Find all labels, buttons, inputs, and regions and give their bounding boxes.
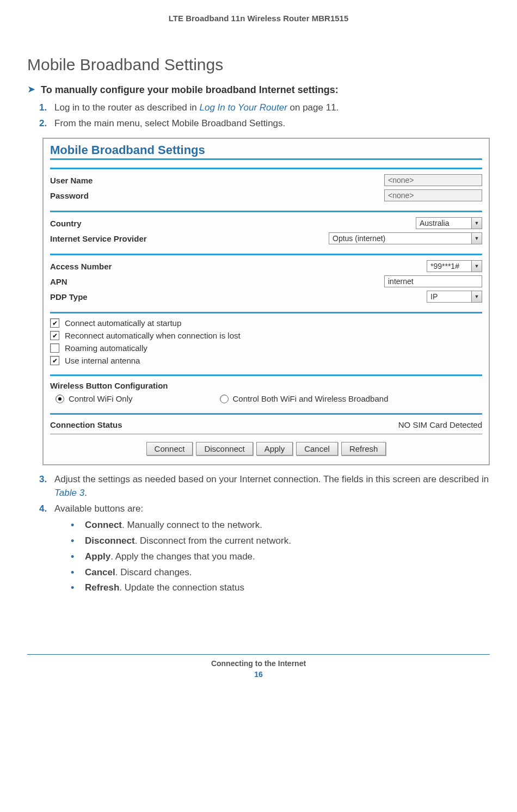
step-1: 1. Log in to the router as described in … bbox=[39, 101, 490, 115]
bullet-desc: . Disconnect from the current network. bbox=[135, 536, 291, 546]
cancel-button[interactable]: Cancel bbox=[296, 442, 338, 456]
chevron-down-icon: ▼ bbox=[471, 233, 482, 244]
link-table3[interactable]: Table 3 bbox=[54, 488, 84, 498]
refresh-button[interactable]: Refresh bbox=[341, 442, 386, 456]
row-isp: Internet Service Provider Optus (interne… bbox=[50, 231, 482, 246]
footer-page-number: 16 bbox=[27, 670, 490, 679]
bullet-refresh: Refresh. Update the connection status bbox=[71, 581, 490, 594]
step-text: Log in to the router as described in bbox=[54, 102, 200, 113]
page-title: Mobile Broadband Settings bbox=[27, 56, 490, 74]
label-password: Password bbox=[50, 191, 89, 200]
row-chk-reconnect: ✔ Reconnect automatically when connectio… bbox=[50, 329, 482, 342]
label-access-number: Access Number bbox=[50, 262, 112, 271]
select-isp[interactable]: Optus (internet) ▼ bbox=[329, 232, 482, 244]
step-text: Available buttons are: bbox=[54, 503, 143, 514]
bullet-desc: . Apply the changes that you made. bbox=[110, 551, 255, 562]
label-chk-startup: Connect automatically at startup bbox=[65, 318, 181, 328]
connect-button[interactable]: Connect bbox=[146, 442, 193, 456]
input-user-name[interactable]: <none> bbox=[384, 174, 482, 186]
bullet-label: Cancel bbox=[85, 567, 115, 577]
step-number: 3. bbox=[39, 473, 47, 487]
bullet-connect: Connect. Manually connect to the network… bbox=[71, 519, 490, 532]
select-country[interactable]: Australia ▼ bbox=[416, 217, 482, 229]
select-pdp-type[interactable]: IP ▼ bbox=[427, 291, 482, 303]
label-chk-roaming: Roaming automatically bbox=[65, 343, 147, 353]
select-country-value: Australia bbox=[416, 218, 471, 229]
step-4: 4. Available buttons are: Connect. Manua… bbox=[39, 502, 490, 595]
bullet-label: Apply bbox=[85, 551, 110, 562]
row-connection-status: Connection Status NO SIM Card Detected bbox=[50, 418, 482, 432]
button-bar: Connect Disconnect Apply Cancel Refresh bbox=[50, 442, 482, 456]
checkbox-roaming[interactable] bbox=[50, 343, 59, 353]
label-chk-reconnect: Reconnect automatically when connection … bbox=[65, 331, 241, 340]
page-footer: Connecting to the Internet 16 bbox=[27, 654, 490, 679]
row-chk-startup: ✔ Connect automatically at startup bbox=[50, 317, 482, 329]
row-access-number: Access Number *99***1# ▼ bbox=[50, 259, 482, 274]
row-chk-roaming: Roaming automatically bbox=[50, 342, 482, 354]
step-number: 1. bbox=[39, 101, 47, 115]
step-number: 4. bbox=[39, 502, 47, 516]
radio-item-wifi-only: Control WiFi Only bbox=[56, 394, 133, 403]
step-text: From the main menu, select Mobile Broadb… bbox=[54, 118, 285, 128]
label-chk-antenna: Use internal antenna bbox=[65, 356, 140, 365]
select-access-number[interactable]: *99***1# ▼ bbox=[427, 260, 482, 272]
radio-wifi-only[interactable] bbox=[56, 395, 64, 403]
row-chk-antenna: ✔ Use internal antenna bbox=[50, 354, 482, 367]
apply-button[interactable]: Apply bbox=[256, 442, 293, 456]
row-country: Country Australia ▼ bbox=[50, 216, 482, 231]
bullet-desc: . Discard changes. bbox=[115, 567, 192, 577]
label-apn: APN bbox=[50, 277, 67, 286]
footer-chapter: Connecting to the Internet bbox=[27, 659, 490, 668]
step-text-post: . bbox=[84, 488, 87, 498]
select-access-number-value: *99***1# bbox=[427, 261, 471, 272]
panel-title: Mobile Broadband Settings bbox=[50, 141, 482, 160]
bullet-apply: Apply. Apply the changes that you made. bbox=[71, 550, 490, 563]
label-country: Country bbox=[50, 219, 82, 228]
running-header: LTE Broadband 11n Wireless Router MBR151… bbox=[27, 14, 490, 23]
checkbox-startup[interactable]: ✔ bbox=[50, 318, 59, 328]
chevron-down-icon: ▼ bbox=[471, 291, 482, 302]
label-user-name: User Name bbox=[50, 176, 93, 185]
bullet-label: Disconnect bbox=[85, 536, 135, 546]
radio-both[interactable] bbox=[220, 395, 229, 403]
step-text: Adjust the settings as needed based on y… bbox=[54, 474, 489, 484]
label-radio-wifi-only: Control WiFi Only bbox=[69, 394, 133, 403]
step-number: 2. bbox=[39, 117, 47, 131]
bullet-disconnect: Disconnect. Disconnect from the current … bbox=[71, 534, 490, 548]
disconnect-button[interactable]: Disconnect bbox=[196, 442, 253, 456]
procedure-heading-text: To manually configure your mobile broadb… bbox=[41, 84, 338, 96]
checkbox-reconnect[interactable]: ✔ bbox=[50, 331, 59, 340]
row-apn: APN internet bbox=[50, 274, 482, 289]
radio-item-both: Control Both WiFi and Wireless Broadband bbox=[220, 394, 389, 403]
bullet-desc: . Manually connect to the network. bbox=[122, 520, 262, 530]
procedure-heading: ➤ To manually configure your mobile broa… bbox=[27, 84, 490, 96]
arrow-icon: ➤ bbox=[27, 83, 35, 95]
chevron-down-icon: ▼ bbox=[471, 218, 482, 229]
input-apn[interactable]: internet bbox=[384, 275, 482, 287]
step-2: 2. From the main menu, select Mobile Bro… bbox=[39, 117, 490, 131]
label-pdp-type: PDP Type bbox=[50, 292, 88, 302]
select-pdp-type-value: IP bbox=[427, 291, 471, 302]
step-text-post: on page 11. bbox=[287, 102, 339, 113]
bullet-desc: . Update the connection status bbox=[119, 582, 244, 593]
input-password[interactable]: <none> bbox=[384, 189, 482, 201]
label-connection-status: Connection Status bbox=[50, 420, 122, 429]
label-isp: Internet Service Provider bbox=[50, 234, 147, 243]
label-radio-both: Control Both WiFi and Wireless Broadband bbox=[233, 394, 389, 403]
bullet-label: Connect bbox=[85, 520, 122, 530]
select-isp-value: Optus (internet) bbox=[329, 233, 471, 244]
row-password: Password <none> bbox=[50, 188, 482, 203]
row-radio-wireless: Control WiFi Only Control Both WiFi and … bbox=[50, 392, 482, 405]
settings-panel-screenshot: Mobile Broadband Settings User Name <non… bbox=[42, 138, 490, 465]
link-login[interactable]: Log In to Your Router bbox=[200, 102, 287, 113]
row-user-name: User Name <none> bbox=[50, 173, 482, 188]
label-wireless-btn-cfg: Wireless Button Configuration bbox=[50, 379, 482, 392]
step-3: 3. Adjust the settings as needed based o… bbox=[39, 473, 490, 500]
bullet-cancel: Cancel. Discard changes. bbox=[71, 566, 490, 579]
row-pdp-type: PDP Type IP ▼ bbox=[50, 289, 482, 304]
value-connection-status: NO SIM Card Detected bbox=[398, 420, 482, 429]
checkbox-antenna[interactable]: ✔ bbox=[50, 356, 59, 365]
chevron-down-icon: ▼ bbox=[471, 261, 482, 272]
bullet-label: Refresh bbox=[85, 582, 119, 593]
